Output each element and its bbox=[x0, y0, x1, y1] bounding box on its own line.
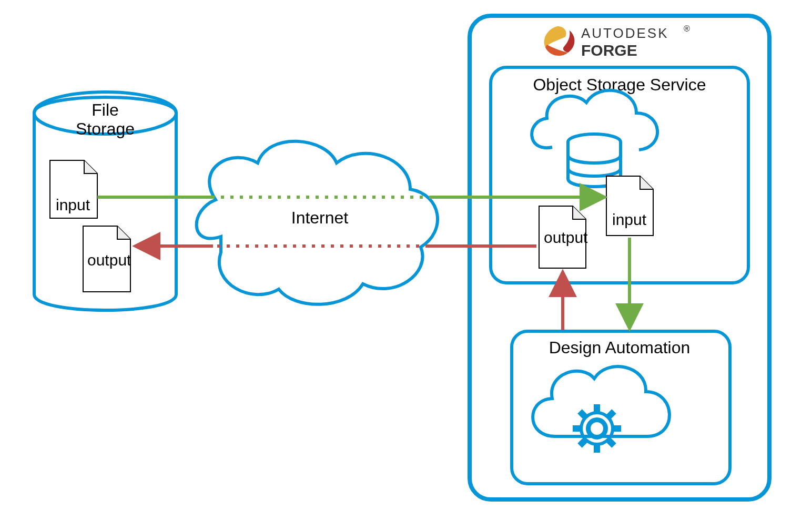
cloud-database-icon bbox=[532, 90, 657, 187]
file-storage-input-label: input bbox=[56, 196, 90, 213]
da-title: Design Automation bbox=[549, 338, 691, 357]
internet-cloud: Internet bbox=[197, 141, 438, 304]
forge-logo-icon bbox=[544, 26, 575, 56]
file-storage-input-file: input bbox=[50, 160, 97, 218]
file-storage-output-label: output bbox=[87, 251, 131, 269]
svg-point-12 bbox=[589, 421, 605, 436]
internet-label: Internet bbox=[291, 208, 349, 227]
forge-brand-top: AUTODESK bbox=[581, 25, 669, 41]
oss-output-label: output bbox=[544, 229, 588, 246]
file-storage-title-line1: File bbox=[92, 100, 119, 119]
registered-mark: ® bbox=[684, 24, 690, 33]
file-storage-title-line2: Storage bbox=[76, 119, 135, 138]
file-storage-output-file: output bbox=[83, 226, 131, 292]
oss-input-label: input bbox=[612, 211, 647, 228]
oss-input-file: input bbox=[606, 176, 653, 236]
forge-brand-bottom: FORGE bbox=[581, 42, 637, 59]
oss-output-file: output bbox=[539, 206, 588, 268]
cloud-gear-icon bbox=[533, 366, 669, 453]
